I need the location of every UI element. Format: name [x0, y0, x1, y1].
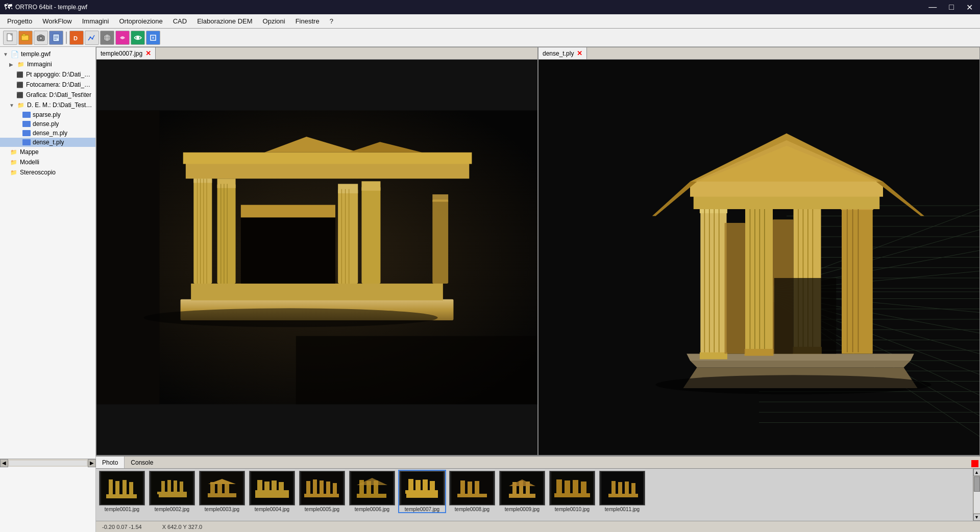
dense-t-ply-icon — [22, 139, 31, 145]
menu-immagini[interactable]: Immagini — [77, 15, 114, 27]
photo-thumb-4[interactable]: temple0004.jpg — [249, 471, 295, 512]
left-panel-tab-label: temple0007.jpg — [101, 50, 142, 57]
photo-scroll-track — [974, 476, 980, 513]
left-panel-close-btn[interactable]: ✕ — [145, 50, 151, 57]
photo-thumb-3[interactable]: temple0003.jpg — [199, 471, 245, 512]
photo-thumb-8[interactable]: temple0008.jpg — [449, 471, 495, 512]
menu-cad[interactable]: CAD — [168, 15, 192, 27]
frame-button[interactable] — [146, 31, 160, 45]
svg-rect-137 — [151, 472, 193, 504]
photo-thumb-6[interactable]: temple0006.jpg — [349, 471, 395, 512]
sidebar-item-sparse-ply[interactable]: sparse.ply — [0, 110, 95, 119]
svg-rect-164 — [351, 472, 393, 504]
svg-rect-135 — [129, 482, 133, 495]
svg-rect-197 — [625, 482, 629, 494]
svg-rect-115 — [842, 206, 873, 353]
sidebar-scrollbar[interactable]: ◀ ▶ — [0, 459, 96, 467]
titlebar-title: ORTRO 64bit - temple.gwf — [15, 4, 87, 11]
eye-button[interactable] — [131, 31, 145, 45]
photo-thumb-img-2 — [149, 471, 195, 505]
sidebar-item-stereoscopio[interactable]: 📁 Stereoscopio — [0, 167, 95, 178]
sidebar-pt-label: Pt appoggio: D:\Dati_Tes — [26, 71, 92, 78]
menu-help[interactable]: ? — [325, 15, 338, 27]
sidebar-item-pt-appoggio[interactable]: ⬛ Pt appoggio: D:\Dati_Tes — [0, 69, 95, 80]
menu-finestre[interactable]: Finestre — [290, 15, 325, 27]
scroll-left-arrow[interactable]: ◀ — [0, 459, 8, 467]
photo-scroll-down-btn[interactable]: ▼ — [973, 514, 981, 521]
sidebar-item-dem[interactable]: ▼ 📁 D. E. M.: D:\Dati_Test\te — [0, 100, 95, 110]
left-panel-tab[interactable]: temple0007.jpg ✕ — [96, 47, 156, 59]
menu-elaborazione-dem[interactable]: Elaborazione DEM — [192, 15, 257, 27]
svg-rect-47 — [361, 181, 380, 191]
svg-rect-103 — [745, 349, 774, 356]
svg-rect-3 — [22, 34, 26, 36]
scroll-right-arrow[interactable]: ▶ — [88, 459, 96, 467]
photo-thumb-1[interactable]: temple0001.jpg — [99, 471, 145, 512]
sidebar-item-dense-t-ply[interactable]: dense_t.ply — [0, 138, 95, 147]
photo-thumb-10[interactable]: temple0010.jpg — [549, 471, 595, 512]
mappe-folder-icon: 📁 — [9, 148, 18, 156]
photo-thumb-img-6 — [349, 471, 395, 505]
photo-scroll-up-btn[interactable]: ▲ — [973, 469, 981, 476]
root-expand-icon: ▼ — [3, 52, 10, 57]
camera-button[interactable] — [34, 31, 48, 45]
toolbar: D — [0, 29, 980, 47]
sphere-button[interactable] — [100, 31, 114, 45]
svg-rect-159 — [313, 479, 317, 494]
scroll-track[interactable] — [9, 461, 87, 466]
sidebar-item-dense-ply[interactable]: dense.ply — [0, 119, 95, 129]
sidebar-sparse-label: sparse.ply — [33, 111, 61, 118]
photo-tab-console[interactable]: Console — [125, 457, 159, 468]
menubar: Progetto WorkFlow Immagini Ortoproiezion… — [0, 14, 980, 29]
photo-thumb-5[interactable]: temple0005.jpg — [299, 471, 345, 512]
photo-tab-photo[interactable]: Photo — [96, 457, 125, 468]
photo-thumb-9[interactable]: temple0009.jpg — [499, 471, 545, 512]
photo-scroll-thumb[interactable] — [974, 476, 980, 492]
svg-rect-168 — [357, 494, 386, 498]
close-button[interactable]: ✕ — [963, 2, 976, 13]
doc-button[interactable] — [49, 31, 63, 45]
3d-view — [538, 60, 979, 455]
right-panel-tab-label: dense_t.ply — [543, 50, 574, 57]
photo-thumb-7[interactable]: temple0007.jpg — [399, 471, 445, 512]
svg-rect-190 — [565, 480, 570, 494]
sidebar-item-immagini[interactable]: ▶ 📁 Immagini — [0, 59, 95, 69]
photo-thumb-label-6: temple0006.jpg — [355, 506, 389, 512]
sidebar-item-dense-m-ply[interactable]: dense_m.ply — [0, 129, 95, 138]
left-panel-tabbar: temple0007.jpg ✕ — [96, 47, 537, 60]
sidebar-item-grafica[interactable]: ⬛ Grafica: D:\Dati_Test\ter — [0, 90, 95, 100]
maximize-button[interactable]: □ — [946, 2, 957, 13]
photo-thumb-11[interactable]: temple0011.jpg — [599, 471, 645, 512]
sidebar-item-modelli[interactable]: 📁 Modelli — [0, 157, 95, 167]
tree-root: ▼ 📄 temple.gwf ▶ 📁 Immagini ⬛ Pt appoggi… — [0, 47, 95, 180]
new-file-button[interactable] — [3, 31, 17, 45]
mask-button[interactable] — [115, 31, 130, 45]
svg-rect-161 — [326, 482, 330, 494]
photo-strip-scrollbar: ▲ ▼ — [973, 469, 980, 521]
photo-thumb-2[interactable]: temple0002.jpg — [149, 471, 195, 512]
svg-rect-6 — [39, 35, 42, 36]
dem-button[interactable]: D — [69, 31, 84, 45]
content-area: temple0007.jpg ✕ — [96, 47, 980, 532]
svg-rect-148 — [208, 493, 236, 497]
photo-thumb-img-4 — [249, 471, 295, 505]
chart-button[interactable] — [85, 31, 99, 45]
minimize-button[interactable]: — — [925, 2, 940, 13]
sidebar-item-mappe[interactable]: 📁 Mappe — [0, 147, 95, 157]
svg-rect-136 — [106, 494, 137, 498]
sidebar-root[interactable]: ▼ 📄 temple.gwf — [0, 49, 95, 59]
photo-thumb-label-9: temple0009.jpg — [505, 506, 540, 512]
dem-folder-icon: 📁 — [16, 101, 26, 109]
sidebar-item-fotocamera[interactable]: ⬛ Fotocamera: D:\Dati_Tes — [0, 80, 95, 90]
right-panel-close-btn[interactable]: ✕ — [577, 50, 582, 57]
menu-ortoproiezione[interactable]: Ortoproiezione — [114, 15, 167, 27]
open-image-button[interactable] — [18, 31, 33, 45]
menu-opzioni[interactable]: Opzioni — [258, 15, 290, 27]
svg-rect-156 — [255, 490, 289, 494]
svg-rect-55 — [296, 336, 537, 404]
toolbar-sep-1 — [66, 32, 67, 44]
menu-workflow[interactable]: WorkFlow — [37, 15, 77, 27]
titlebar-left: 🗺 ORTRO 64bit - temple.gwf — [4, 3, 87, 12]
right-panel-tab[interactable]: dense_t.ply ✕ — [538, 47, 587, 59]
menu-progetto[interactable]: Progetto — [2, 15, 37, 27]
